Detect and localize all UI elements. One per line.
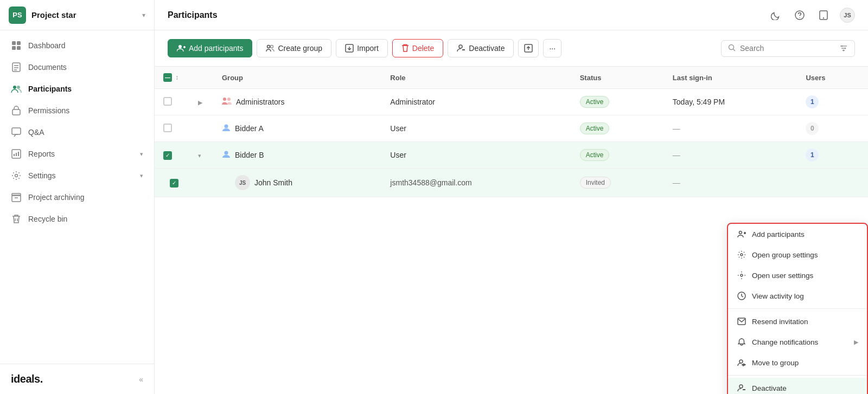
dashboard-icon: [11, 40, 22, 51]
recycle-bin-icon: [11, 214, 22, 224]
menu-open-group-settings-icon: [737, 250, 746, 260]
menu-item-move-to-group[interactable]: Move to group: [728, 352, 867, 373]
svg-rect-2: [12, 46, 16, 50]
search-input[interactable]: [740, 44, 835, 53]
import-button[interactable]: Import: [336, 39, 388, 57]
context-menu: Add participants Open group settings Ope…: [727, 223, 868, 394]
john-smith-name-cell: JS John Smith: [222, 175, 373, 190]
more-options-button[interactable]: ···: [543, 39, 561, 57]
svg-point-35: [729, 44, 734, 49]
search-box[interactable]: [721, 40, 855, 57]
row-checkbox-bidder-a[interactable]: [163, 124, 172, 132]
content-area: Add participants Create group Import Del…: [155, 30, 868, 394]
app-logo: PS: [9, 7, 26, 24]
svg-point-23: [799, 17, 800, 18]
sidebar-collapse-button[interactable]: «: [139, 375, 143, 384]
row-checkbox-administrators[interactable]: [163, 97, 172, 106]
svg-point-32: [459, 45, 462, 48]
sidebar-item-participants[interactable]: Participants: [0, 78, 154, 100]
col-users: Users: [797, 67, 868, 89]
menu-notifications-icon: [737, 337, 746, 347]
sidebar-item-permissions-label: Permissions: [28, 106, 143, 115]
row-checkbox-john-smith[interactable]: ✓: [170, 179, 178, 188]
menu-item-open-group-settings[interactable]: Open group settings: [728, 244, 867, 265]
sidebar-item-qa-label: Q&A: [28, 128, 143, 137]
svg-point-29: [267, 46, 270, 48]
sidebar-item-recycle-bin[interactable]: Recycle bin: [0, 208, 154, 230]
group-icon-bidder-a: [222, 123, 231, 134]
svg-point-47: [739, 231, 742, 234]
menu-item-deactivate[interactable]: Deactivate: [728, 378, 867, 394]
table-row: ✓ ▾ Bidder B User Active —: [155, 142, 868, 169]
sidebar-footer: ideals. «: [0, 364, 154, 394]
sidebar-item-permissions[interactable]: Permissions: [0, 100, 154, 121]
expand-bidder-b[interactable]: ▾: [196, 150, 203, 161]
svg-point-26: [178, 45, 182, 48]
svg-rect-53: [738, 318, 745, 325]
menu-item-view-activity-log[interactable]: View activity log: [728, 286, 867, 306]
main-area: Participants JS Add participants Create: [155, 0, 868, 394]
sidebar-item-recycle-bin-label: Recycle bin: [28, 215, 143, 223]
sidebar-item-project-archiving[interactable]: Project archiving: [0, 186, 154, 208]
menu-resend-invitation-label: Resend invitation: [752, 318, 808, 326]
menu-item-add-participants[interactable]: Add participants: [728, 224, 867, 244]
sidebar: PS Project star ▾ Dashboard Documents Pa…: [0, 0, 155, 394]
table-row: ✓ JS John Smith jsmth34588@gmail.com Inv…: [155, 169, 868, 197]
svg-point-43: [223, 98, 226, 101]
menu-view-activity-log-label: View activity log: [752, 292, 804, 300]
help-icon[interactable]: [792, 8, 807, 23]
menu-deactivate-icon: [737, 383, 746, 393]
col-status: Status: [571, 67, 664, 89]
sidebar-item-qa[interactable]: Q&A: [0, 121, 154, 143]
app-title-chevron[interactable]: ▾: [142, 11, 145, 19]
bidder-b-status: Active: [580, 149, 610, 161]
sidebar-item-dashboard[interactable]: Dashboard: [0, 35, 154, 56]
user-avatar[interactable]: JS: [840, 8, 855, 23]
project-archiving-icon: [11, 192, 22, 203]
menu-item-resend-invitation[interactable]: Resend invitation: [728, 311, 867, 332]
menu-item-change-notifications[interactable]: Change notifications ▶: [728, 332, 867, 352]
svg-rect-11: [12, 128, 21, 134]
sidebar-item-reports[interactable]: Reports ▾: [0, 143, 154, 165]
create-group-button[interactable]: Create group: [257, 39, 331, 57]
menu-item-open-user-settings[interactable]: Open user settings: [728, 265, 867, 286]
expand-administrators[interactable]: ▶: [196, 97, 205, 108]
table-row: ▶ Administrators Administrator Active T: [155, 89, 868, 115]
reports-chevron: ▾: [140, 151, 143, 158]
import-label: Import: [357, 44, 379, 53]
group-icon-bidder-b: [222, 150, 231, 160]
export-button[interactable]: [518, 39, 539, 57]
app-title: Project star: [31, 10, 137, 20]
svg-rect-3: [17, 46, 21, 50]
dark-mode-icon[interactable]: [768, 8, 783, 23]
menu-notifications-arrow: ▶: [854, 339, 858, 346]
header-checkbox[interactable]: —: [163, 73, 172, 82]
john-smith-name: John Smith: [254, 178, 292, 187]
svg-point-46: [225, 151, 228, 155]
table-row: Bidder A User Active — 0: [155, 115, 868, 142]
col-role: Role: [381, 67, 571, 89]
topbar-actions: JS: [768, 8, 855, 23]
deactivate-button[interactable]: Deactivate: [448, 39, 514, 57]
svg-point-30: [271, 46, 273, 48]
delete-button[interactable]: Delete: [392, 39, 443, 57]
row-checkbox-bidder-b[interactable]: ✓: [163, 151, 172, 160]
sidebar-item-settings-label: Settings: [28, 171, 133, 180]
sidebar-item-settings[interactable]: Settings ▾: [0, 165, 154, 186]
filter-icon[interactable]: [839, 44, 848, 53]
bidder-b-role: User: [381, 142, 571, 169]
svg-line-36: [733, 49, 736, 51]
menu-open-user-settings-icon: [737, 270, 746, 280]
bidder-b-signin: —: [664, 142, 797, 169]
svg-point-16: [15, 175, 18, 177]
deactivate-label: Deactivate: [469, 44, 505, 53]
administrators-users: 1: [806, 95, 819, 108]
menu-add-participants-icon: [737, 229, 746, 239]
sidebar-item-documents[interactable]: Documents: [0, 56, 154, 78]
sidebar-item-documents-label: Documents: [28, 63, 143, 72]
tablet-icon[interactable]: [816, 8, 831, 23]
col-group: Group: [213, 67, 381, 89]
add-participants-button[interactable]: Add participants: [168, 39, 252, 57]
menu-open-user-settings-label: Open user settings: [752, 272, 813, 280]
sort-icon[interactable]: ↕: [175, 74, 178, 81]
